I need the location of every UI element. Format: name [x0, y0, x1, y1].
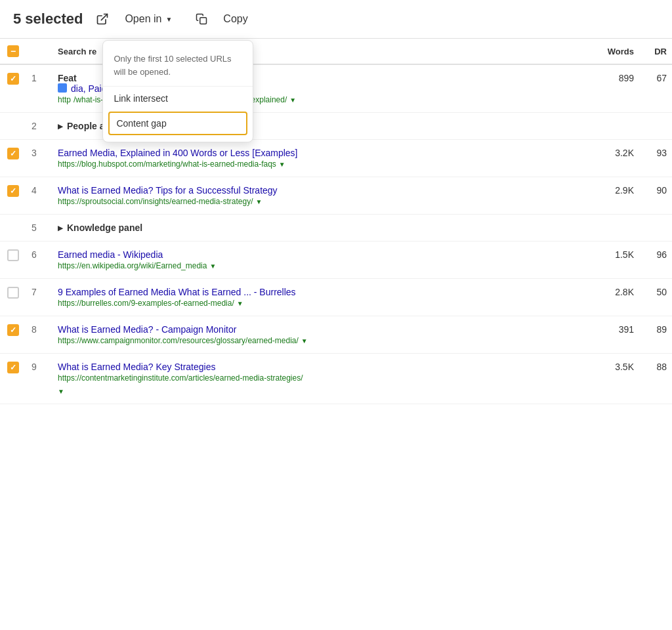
- row-dr: 89: [639, 316, 672, 354]
- result-url-row: https://www.campaignmonitor.com/resource…: [58, 336, 581, 345]
- row-words: 2.9K: [587, 177, 639, 215]
- th-checkbox: [0, 39, 26, 64]
- result-link[interactable]: What is Earned Media? Tips for a Success…: [58, 185, 581, 196]
- row-dr: 50: [639, 279, 672, 316]
- copy-icon: [196, 13, 207, 25]
- result-link[interactable]: Earned media - Wikipedia: [58, 249, 581, 260]
- row-checkbox-8[interactable]: [7, 324, 19, 336]
- toolbar-actions: Open in ▼ Only the first 10 selected URL…: [96, 10, 253, 28]
- table-row: 1 Feat dia, Paid Media - Titan Growth ht…: [0, 64, 672, 113]
- row-words: 2.8K: [587, 279, 639, 316]
- open-in-icon: [96, 12, 109, 26]
- row-checkbox-cell: [0, 242, 26, 279]
- row-content: ▶ Knowledge panel: [52, 215, 587, 242]
- results-table: Search re Words DR 1 Feat dia, Paid Medi…: [0, 39, 672, 404]
- url-dropdown-icon[interactable]: ▼: [237, 300, 243, 307]
- table-body: 1 Feat dia, Paid Media - Titan Growth ht…: [0, 64, 672, 404]
- result-url[interactable]: https://sproutsocial.com/insights/earned…: [58, 197, 253, 206]
- expand-icon[interactable]: ▶: [58, 224, 63, 232]
- favicon-icon: [58, 83, 67, 93]
- content-gap-item[interactable]: Content gap: [108, 112, 247, 135]
- row-content: What is Earned Media? Tips for a Success…: [52, 177, 587, 215]
- table-row: 8 What is Earned Media? - Campaign Monit…: [0, 316, 672, 354]
- row-checkbox-cell: [0, 177, 26, 215]
- result-link[interactable]: What is Earned Media? - Campaign Monitor: [58, 324, 581, 335]
- open-in-button[interactable]: Open in ▼: [119, 10, 177, 28]
- url-dropdown-icon[interactable]: ▼: [279, 161, 285, 168]
- dropdown-tooltip: Only the first 10 selected URLs will be …: [103, 46, 253, 87]
- row-dr: 96: [639, 242, 672, 279]
- row-words: 3.2K: [587, 140, 639, 177]
- row-words: 899: [587, 64, 639, 113]
- special-row-text: Knowledge panel: [67, 222, 142, 233]
- results-table-container: Search re Words DR 1 Feat dia, Paid Medi…: [0, 39, 672, 404]
- special-row-label: ▶ Knowledge panel: [58, 222, 581, 233]
- row-words: [587, 113, 639, 140]
- row-checkbox-4[interactable]: [7, 185, 19, 197]
- toolbar: 5 selected Open in ▼ Only the first 10 s…: [0, 0, 672, 39]
- url-dropdown-icon[interactable]: ▼: [289, 96, 296, 104]
- row-words: 3.5K: [587, 354, 639, 404]
- row-checkbox-3[interactable]: [7, 148, 19, 159]
- row-checkbox-9[interactable]: [7, 362, 19, 373]
- result-url-row: https://contentmarketinginstitute.com/ar…: [58, 373, 581, 383]
- row-checkbox-6[interactable]: [7, 249, 19, 261]
- row-dr: 88: [639, 354, 672, 404]
- svg-line-0: [102, 14, 108, 20]
- row-checkbox-cell: [0, 113, 26, 140]
- open-in-dropdown: Only the first 10 selected URLs will be …: [102, 40, 253, 142]
- row-checkbox-cell: [0, 354, 26, 404]
- row-dr: 67: [639, 64, 672, 113]
- url-dropdown-icon[interactable]: ▼: [209, 262, 216, 270]
- row-num: 3: [26, 140, 52, 177]
- svg-rect-1: [200, 18, 207, 24]
- row-checkbox-cell: [0, 316, 26, 354]
- row-num: 4: [26, 177, 52, 215]
- select-all-checkbox[interactable]: [7, 45, 19, 57]
- row-content: What is Earned Media? Key Strategies htt…: [52, 354, 587, 404]
- chevron-down-icon: ▼: [165, 16, 172, 23]
- url-dropdown-icon[interactable]: ▼: [301, 337, 308, 345]
- row-dr: 93: [639, 140, 672, 177]
- table-row: 4 What is Earned Media? Tips for a Succe…: [0, 177, 672, 215]
- row-checkbox-cell: [0, 279, 26, 316]
- result-url[interactable]: http: [58, 95, 71, 104]
- row-content: What is Earned Media? - Campaign Monitor…: [52, 316, 587, 354]
- row-num: 9: [26, 354, 52, 404]
- table-row: 6 Earned media - Wikipedia https://en.wi…: [0, 242, 672, 279]
- row-dr: [639, 113, 672, 140]
- expand-icon[interactable]: ▶: [58, 123, 63, 130]
- result-url[interactable]: https://www.campaignmonitor.com/resource…: [58, 336, 299, 345]
- result-url[interactable]: https://en.wikipedia.org/wiki/Earned_med…: [58, 261, 207, 270]
- result-url-row: https://sproutsocial.com/insights/earned…: [58, 197, 581, 206]
- row-dr: [639, 215, 672, 242]
- row-num: 5: [26, 215, 52, 242]
- row-checkbox-7[interactable]: [7, 287, 19, 299]
- link-intersect-item[interactable]: Link intersect: [103, 87, 253, 110]
- result-link[interactable]: Earned Media, Explained in 400 Words or …: [58, 148, 581, 158]
- row-checkbox-cell: [0, 140, 26, 177]
- row-num: 2: [26, 113, 52, 140]
- url-dropdown-icon[interactable]: ▼: [58, 388, 64, 395]
- result-url-row: https://en.wikipedia.org/wiki/Earned_med…: [58, 261, 581, 270]
- th-num: [26, 39, 52, 64]
- table-header-row: Search re Words DR: [0, 39, 672, 64]
- row-content: Earned media - Wikipedia https://en.wiki…: [52, 242, 587, 279]
- th-dr: DR: [639, 39, 672, 64]
- url-dropdown-icon[interactable]: ▼: [255, 198, 262, 205]
- row-num: 7: [26, 279, 52, 316]
- row-content: Earned Media, Explained in 400 Words or …: [52, 140, 587, 177]
- result-url[interactable]: https://blog.hubspot.com/marketing/what-…: [58, 159, 276, 169]
- result-url[interactable]: https://contentmarketinginstitute.com/ar…: [58, 373, 303, 383]
- row-content: 9 Examples of Earned Media What is Earne…: [52, 279, 587, 316]
- result-url[interactable]: https://burrelles.com/9-examples-of-earn…: [58, 299, 234, 308]
- row-checkbox-cell: [0, 215, 26, 242]
- result-link[interactable]: What is Earned Media? Key Strategies: [58, 362, 581, 372]
- table-row: 7 9 Examples of Earned Media What is Ear…: [0, 279, 672, 316]
- row-dr: 90: [639, 177, 672, 215]
- row-num: 6: [26, 242, 52, 279]
- row-words: 1.5K: [587, 242, 639, 279]
- copy-button[interactable]: Copy: [218, 10, 253, 28]
- result-link[interactable]: 9 Examples of Earned Media What is Earne…: [58, 287, 581, 297]
- row-checkbox-1[interactable]: [7, 73, 19, 85]
